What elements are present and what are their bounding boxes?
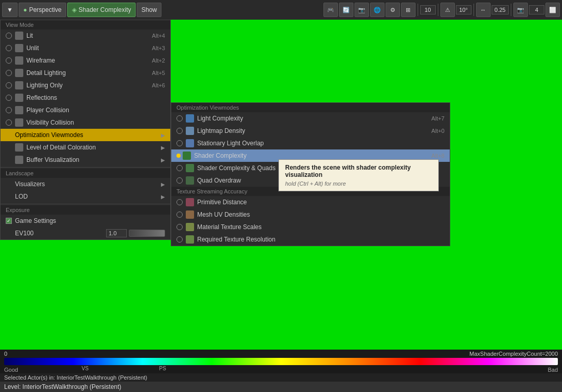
grid-icon-btn[interactable]: ⊞ xyxy=(401,3,416,17)
shader-quads-icon xyxy=(186,164,194,172)
menu-item-game-settings[interactable]: ✓ Game Settings xyxy=(1,215,170,227)
menu-item-player-collision[interactable]: Player Collision xyxy=(1,104,170,116)
required-texture-radio xyxy=(176,236,183,243)
selected-actor-row: Selected Actor(s) in: InteriorTestWalkth… xyxy=(0,373,562,382)
menu-item-lighting-only[interactable]: Lighting Only Alt+6 xyxy=(1,79,170,92)
lod-arrow: ▶ xyxy=(161,145,165,150)
submenu-primitive-distance[interactable]: Primitive Distance xyxy=(171,196,450,208)
lod-simple-arrow: ▶ xyxy=(161,194,165,200)
lod-coloration-label: Level of Detail Coloration xyxy=(26,144,159,151)
menu-item-visibility-collision[interactable]: Visibility Collision xyxy=(1,116,170,129)
submenu-lightmap-density[interactable]: Lightmap Density Alt+0 xyxy=(171,125,450,137)
selected-actor-label: Selected Actor(s) in: InteriorTestWalkth… xyxy=(4,374,147,381)
show-label: Show xyxy=(141,6,157,13)
globe-icon-btn[interactable]: 🔄 xyxy=(339,3,353,17)
menu-item-lod-coloration[interactable]: Level of Detail Coloration ▶ xyxy=(1,141,170,154)
light-complexity-shortcut: Alt+7 xyxy=(432,115,445,122)
ev100-input[interactable] xyxy=(106,229,127,237)
submenu-mesh-uv[interactable]: Mesh UV Densities xyxy=(171,208,450,221)
level-row: Level: InteriorTestWalkthrough (Persiste… xyxy=(0,382,562,392)
material-texture-label: Material Texture Scales xyxy=(197,223,445,231)
shader-complexity-btn[interactable]: ◈ Shader Complexity xyxy=(67,3,136,17)
menu-item-lit[interactable]: Lit Alt+4 xyxy=(1,29,170,42)
menu-item-buffer[interactable]: Buffer Visualization ▶ xyxy=(1,154,170,166)
scale-icon-btn[interactable]: ↔ xyxy=(476,3,491,17)
ev100-slider[interactable] xyxy=(129,230,165,237)
count-value[interactable]: 4 xyxy=(529,5,544,14)
menu-item-visualizers[interactable]: Visualizers ▶ xyxy=(1,178,170,190)
unlit-label: Unlit xyxy=(26,44,147,52)
camera-icon-btn[interactable]: 🎮 xyxy=(323,3,338,17)
menu-item-detail-lighting[interactable]: Detail Lighting Alt+5 xyxy=(1,67,170,79)
lightmap-density-shortcut: Alt+0 xyxy=(432,128,445,134)
optimization-label: Optimization Viewmodes xyxy=(15,131,159,139)
shader-complexity-tooltip: Renders the scene with shader complexity… xyxy=(278,159,439,191)
maximize-icon-btn[interactable]: ⬜ xyxy=(545,3,560,17)
lod-simple-label: LOD xyxy=(15,193,159,200)
game-settings-checkbox[interactable]: ✓ xyxy=(6,218,12,224)
ps-label: PS xyxy=(159,366,166,371)
dropdown-arrow-btn[interactable]: ▼ xyxy=(2,3,18,17)
shader-bar: 0 MaxShaderComplexityCount=2000 VS PS Go… xyxy=(0,350,562,392)
primitive-icon xyxy=(186,198,194,206)
shader-zero-label: 0 xyxy=(4,351,7,357)
required-texture-icon xyxy=(186,235,194,244)
perspective-icon: ● xyxy=(23,6,27,13)
reflections-label: Reflections xyxy=(26,94,160,101)
mesh-uv-radio xyxy=(176,212,183,218)
grid-snap-value[interactable]: 10 xyxy=(420,5,436,14)
separator2 xyxy=(438,4,438,16)
tooltip-title: Renders the scene with shader complexity… xyxy=(285,164,432,178)
light-complexity-radio xyxy=(176,115,183,122)
level-label: Level: InteriorTestWalkthrough (Persiste… xyxy=(4,383,121,390)
wireframe-label: Wireframe xyxy=(26,57,147,64)
mesh-uv-icon xyxy=(186,210,194,219)
shader-complexity-selected-dot xyxy=(176,154,181,158)
lod-icon xyxy=(15,143,23,152)
submenu-material-texture[interactable]: Material Texture Scales xyxy=(171,221,450,233)
quad-overdraw-radio xyxy=(176,177,183,184)
perspective-btn[interactable]: ● Perspective xyxy=(19,3,66,17)
menu-item-optimization[interactable]: Optimization Viewmodes ▶ xyxy=(1,129,170,141)
lighting-only-label: Lighting Only xyxy=(26,82,147,89)
warning-icon-btn[interactable]: ⚠ xyxy=(440,3,455,17)
menu-item-wireframe[interactable]: Wireframe Alt+2 xyxy=(1,54,170,67)
material-texture-radio xyxy=(176,224,183,230)
settings2-icon-btn[interactable]: ⚙ xyxy=(386,3,400,17)
view-mode-header: View Mode xyxy=(1,20,170,29)
wireframe-shortcut: Alt+2 xyxy=(152,57,165,64)
submenu-light-complexity[interactable]: Light Complexity Alt+7 xyxy=(171,112,450,125)
show-btn[interactable]: Show xyxy=(137,3,161,17)
optimization-arrow: ▶ xyxy=(161,132,165,138)
shader-bad-label: Bad xyxy=(548,367,558,373)
separator1 xyxy=(418,4,418,16)
toolbar-right: 🎮 🔄 📷 🌐 ⚙ ⊞ 10 ⚠ 10° ↔ 0.25 📷 4 ⬜ xyxy=(323,3,560,17)
count-icon-btn[interactable]: 📷 xyxy=(513,3,528,17)
menu-item-reflections[interactable]: Reflections xyxy=(1,92,170,104)
player-collision-radio xyxy=(6,107,12,113)
perspective-label: Perspective xyxy=(29,6,62,13)
buffer-icon xyxy=(15,156,23,164)
lit-icon xyxy=(15,32,23,40)
toolbar: ▼ ● Perspective ◈ Shader Complexity Show… xyxy=(0,0,562,20)
detail-lighting-label: Detail Lighting xyxy=(26,69,147,77)
lighting-only-radio xyxy=(6,82,12,88)
shader-max-label: MaxShaderComplexityCount=2000 xyxy=(469,351,558,357)
divider2 xyxy=(1,204,170,204)
submenu-stationary-light[interactable]: Stationary Light Overlap xyxy=(171,137,450,149)
camera2-icon-btn[interactable]: 📷 xyxy=(354,3,369,17)
detail-lighting-radio xyxy=(6,70,12,76)
player-collision-icon xyxy=(15,106,23,114)
angle-snap-value[interactable]: 10° xyxy=(456,5,471,14)
menu-item-unlit[interactable]: Unlit Alt+3 xyxy=(1,42,170,54)
shader-complexity-submenu-shortcut: Alt+8 xyxy=(432,153,445,159)
menu-item-lod-simple[interactable]: LOD ▶ xyxy=(1,190,170,203)
submenu-required-texture[interactable]: Required Texture Resolution xyxy=(171,233,450,246)
scale-snap-value[interactable]: 0.25 xyxy=(492,5,509,14)
tooltip-hint: hold (Ctrl + Alt) for more xyxy=(285,180,432,187)
light-complexity-icon xyxy=(186,114,194,123)
world-icon-btn[interactable]: 🌐 xyxy=(370,3,384,17)
lighting-only-icon xyxy=(15,81,23,89)
visibility-collision-label: Visibility Collision xyxy=(26,119,160,126)
stationary-light-label: Stationary Light Overlap xyxy=(197,140,445,147)
